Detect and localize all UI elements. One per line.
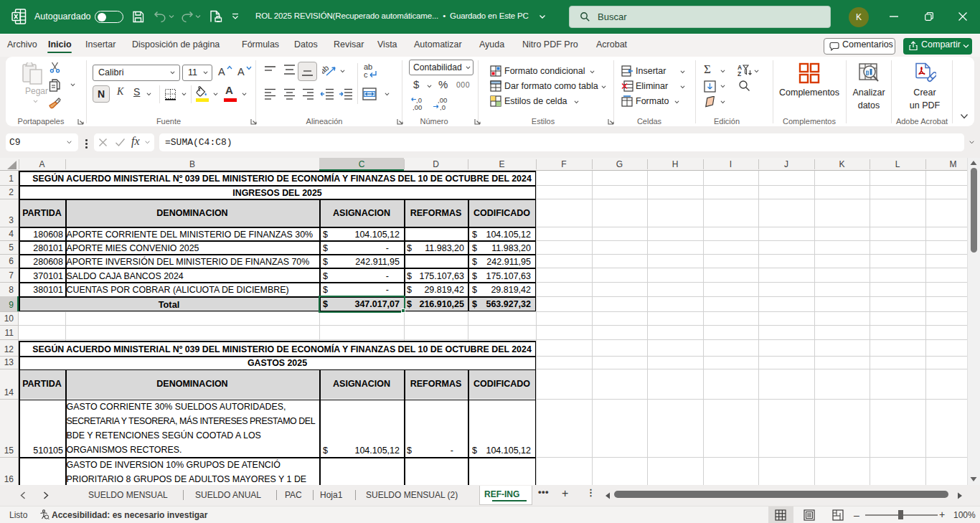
svg-text:,00: ,00 <box>413 103 422 110</box>
svg-text:ab: ab <box>322 64 331 75</box>
svg-text:Z: Z <box>738 70 741 76</box>
svg-text:c: c <box>364 70 368 79</box>
svg-text:,0: ,0 <box>440 103 446 110</box>
